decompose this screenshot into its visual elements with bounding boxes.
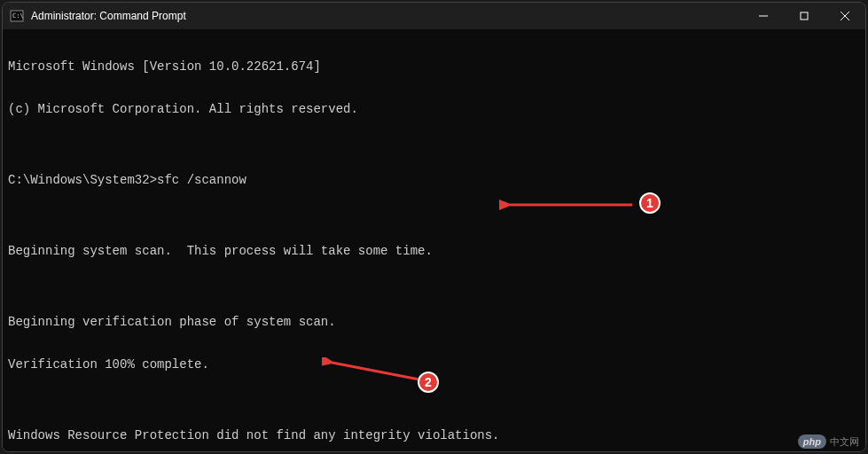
watermark: php 中文网: [798, 434, 859, 449]
annotation-arrow-1: [499, 196, 641, 214]
terminal-output[interactable]: Microsoft Windows [Version 10.0.22621.67…: [3, 29, 865, 451]
close-button[interactable]: [825, 3, 865, 29]
annotation-badge-2: 2: [418, 372, 439, 393]
watermark-logo: php: [798, 434, 826, 449]
titlebar[interactable]: C:\ Administrator: Command Prompt: [3, 3, 865, 29]
cmd-icon: C:\: [10, 9, 24, 23]
output-line: Beginning system scan. This process will…: [8, 244, 860, 258]
output-line: Verification 100% complete.: [8, 357, 860, 372]
svg-line-9: [332, 363, 419, 380]
minimize-button[interactable]: [743, 3, 784, 29]
window-title: Administrator: Command Prompt: [31, 10, 743, 22]
annotation-arrow-2: [322, 357, 428, 384]
output-line: Microsoft Windows [Version 10.0.22621.67…: [8, 59, 860, 74]
output-line: Windows Resource Protection did not find…: [8, 428, 860, 442]
output-line: C:\Windows\System32>sfc /scannow: [8, 173, 860, 187]
maximize-button[interactable]: [784, 3, 825, 29]
output-line: Beginning verification phase of system s…: [8, 315, 860, 329]
output-line: (c) Microsoft Corporation. All rights re…: [8, 102, 860, 116]
watermark-text: 中文网: [830, 435, 859, 449]
command-prompt-window: C:\ Administrator: Command Prompt Micros…: [2, 2, 866, 452]
window-controls: [743, 3, 865, 29]
svg-text:C:\: C:\: [12, 12, 24, 20]
svg-rect-3: [801, 12, 808, 20]
annotation-badge-1: 1: [639, 192, 661, 214]
